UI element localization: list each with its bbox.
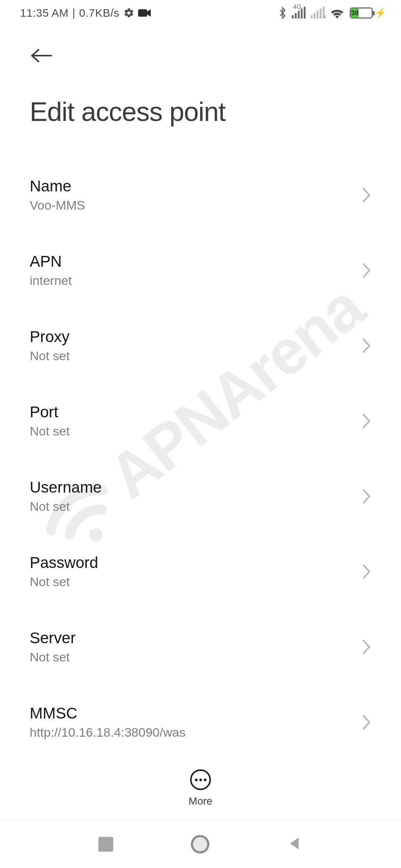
row-value: Not set bbox=[30, 650, 76, 664]
battery-indicator: 38 ⚡ bbox=[350, 7, 386, 19]
chevron-right-icon bbox=[362, 639, 371, 655]
row-server[interactable]: Server Not set bbox=[30, 616, 371, 678]
status-left: 11:35 AM | 0.7KB/s bbox=[20, 7, 151, 19]
system-nav-bar bbox=[0, 820, 401, 868]
row-label: MMS proxy bbox=[30, 780, 108, 782]
row-port[interactable]: Port Not set bbox=[30, 390, 371, 452]
status-bar: 11:35 AM | 0.7KB/s 4G 38 ⚡ bbox=[0, 0, 401, 26]
chevron-right-icon bbox=[362, 338, 371, 354]
row-value: Not set bbox=[30, 424, 70, 438]
row-mms-proxy[interactable]: MMS proxy 10.16.18.77 bbox=[30, 766, 371, 782]
row-name[interactable]: Name Voo-MMS bbox=[30, 164, 371, 226]
row-apn[interactable]: APN internet bbox=[30, 239, 371, 301]
svg-marker-3 bbox=[290, 838, 299, 849]
row-value: internet bbox=[30, 273, 72, 288]
row-value: http://10.16.18.4:38090/was bbox=[30, 725, 186, 740]
row-label: Password bbox=[30, 554, 98, 572]
chevron-right-icon bbox=[362, 714, 371, 730]
nav-back-button[interactable] bbox=[287, 836, 303, 853]
row-label: MMSC bbox=[30, 704, 186, 722]
row-value: Not set bbox=[30, 349, 70, 363]
back-button[interactable] bbox=[30, 41, 59, 70]
nav-home-button[interactable] bbox=[191, 835, 209, 854]
cell-4g-label: 4G bbox=[293, 4, 301, 10]
row-label: Username bbox=[30, 479, 102, 496]
row-value: Voo-MMS bbox=[30, 198, 85, 213]
wifi-icon bbox=[330, 7, 345, 19]
settings-list: Name Voo-MMS APN internet Proxy Not set bbox=[0, 127, 401, 782]
row-mmsc[interactable]: MMSC http://10.16.18.4:38090/was bbox=[30, 691, 371, 753]
row-label: Port bbox=[30, 403, 70, 421]
row-value: Not set bbox=[30, 499, 102, 514]
chevron-right-icon bbox=[362, 413, 371, 429]
chevron-right-icon bbox=[362, 488, 371, 504]
more-label: More bbox=[189, 795, 212, 807]
chevron-right-icon bbox=[362, 262, 371, 279]
status-time: 11:35 AM bbox=[20, 7, 69, 19]
row-username[interactable]: Username Not set bbox=[30, 465, 371, 527]
signal-nosim-icon bbox=[311, 7, 325, 19]
battery-percent: 38 bbox=[351, 9, 359, 17]
status-right: 4G 38 ⚡ bbox=[278, 7, 386, 19]
row-value: Not set bbox=[30, 575, 98, 589]
nav-recent-button[interactable] bbox=[98, 837, 113, 852]
row-proxy[interactable]: Proxy Not set bbox=[30, 315, 371, 377]
charging-icon: ⚡ bbox=[374, 7, 386, 19]
signal-4g-icon: 4G bbox=[292, 7, 306, 19]
status-net-speed: 0.7KB/s bbox=[79, 7, 120, 19]
svg-rect-0 bbox=[138, 9, 147, 17]
row-password[interactable]: Password Not set bbox=[30, 540, 371, 602]
row-label: Proxy bbox=[30, 328, 70, 346]
header: Edit access point bbox=[0, 26, 401, 127]
chevron-right-icon bbox=[362, 563, 371, 580]
bluetooth-icon bbox=[278, 7, 287, 19]
chevron-right-icon bbox=[362, 187, 371, 203]
row-label: APN bbox=[30, 253, 72, 270]
gear-icon bbox=[123, 7, 134, 19]
camera-icon bbox=[138, 9, 151, 17]
row-label: Server bbox=[30, 629, 76, 647]
row-label: Name bbox=[30, 177, 85, 195]
page-title: Edit access point bbox=[30, 96, 371, 127]
status-divider: | bbox=[72, 7, 75, 19]
